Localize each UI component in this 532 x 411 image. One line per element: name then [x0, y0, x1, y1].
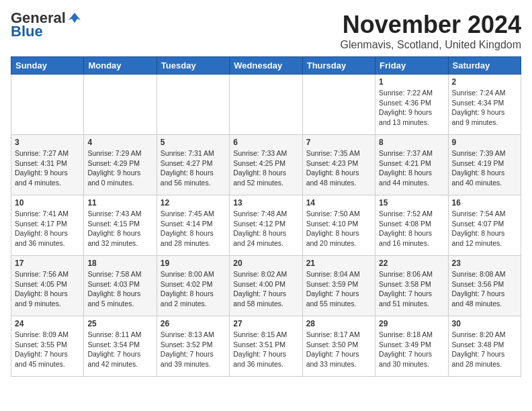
- logo-bird-icon: [67, 11, 82, 26]
- day-info: Sunrise: 7:45 AM Sunset: 4:14 PM Dayligh…: [161, 209, 226, 248]
- day-info: Sunrise: 7:54 AM Sunset: 4:07 PM Dayligh…: [452, 209, 517, 248]
- day-number: 28: [306, 319, 371, 328]
- calendar-day-cell: 15Sunrise: 7:52 AM Sunset: 4:08 PM Dayli…: [375, 195, 448, 256]
- day-info: Sunrise: 7:58 AM Sunset: 4:03 PM Dayligh…: [87, 269, 152, 309]
- calendar-week-row: 24Sunrise: 8:09 AM Sunset: 3:55 PM Dayli…: [11, 316, 521, 377]
- calendar-day-cell: 22Sunrise: 8:06 AM Sunset: 3:58 PM Dayli…: [375, 256, 448, 316]
- day-number: 26: [161, 319, 226, 328]
- day-number: 9: [452, 138, 517, 147]
- calendar-week-row: 10Sunrise: 7:41 AM Sunset: 4:17 PM Dayli…: [11, 195, 521, 256]
- day-info: Sunrise: 7:43 AM Sunset: 4:15 PM Dayligh…: [87, 209, 152, 248]
- day-number: 8: [379, 138, 444, 147]
- calendar-table: SundayMondayTuesdayWednesdayThursdayFrid…: [11, 56, 521, 377]
- day-info: Sunrise: 8:15 AM Sunset: 3:51 PM Dayligh…: [233, 330, 298, 369]
- day-info: Sunrise: 8:00 AM Sunset: 4:02 PM Dayligh…: [161, 269, 226, 309]
- day-info: Sunrise: 8:06 AM Sunset: 3:58 PM Dayligh…: [379, 269, 444, 309]
- day-info: Sunrise: 7:31 AM Sunset: 4:27 PM Dayligh…: [161, 148, 226, 188]
- day-info: Sunrise: 8:20 AM Sunset: 3:48 PM Dayligh…: [452, 330, 517, 369]
- day-number: 19: [161, 259, 226, 268]
- calendar-day-cell: 4Sunrise: 7:29 AM Sunset: 4:29 PM Daylig…: [84, 135, 157, 195]
- day-info: Sunrise: 7:48 AM Sunset: 4:12 PM Dayligh…: [233, 209, 298, 248]
- day-number: 5: [161, 138, 226, 147]
- day-number: 17: [15, 259, 80, 268]
- calendar-day-cell: 5Sunrise: 7:31 AM Sunset: 4:27 PM Daylig…: [157, 135, 229, 195]
- day-number: 4: [87, 138, 152, 147]
- day-of-week-header: Wednesday: [230, 57, 302, 75]
- calendar-day-cell: 3Sunrise: 7:27 AM Sunset: 4:31 PM Daylig…: [11, 135, 84, 195]
- calendar-day-cell: [157, 75, 229, 135]
- day-number: 6: [233, 138, 298, 147]
- day-number: 7: [306, 138, 371, 147]
- calendar-day-cell: [230, 75, 302, 135]
- calendar-day-cell: 20Sunrise: 8:02 AM Sunset: 4:00 PM Dayli…: [230, 256, 302, 316]
- day-number: 18: [87, 259, 152, 268]
- day-number: 21: [306, 259, 371, 268]
- day-number: 23: [452, 259, 517, 268]
- day-info: Sunrise: 7:22 AM Sunset: 4:36 PM Dayligh…: [379, 88, 444, 128]
- day-number: 22: [379, 259, 444, 268]
- day-info: Sunrise: 7:33 AM Sunset: 4:25 PM Dayligh…: [233, 148, 298, 188]
- day-info: Sunrise: 8:04 AM Sunset: 3:59 PM Dayligh…: [306, 269, 371, 309]
- day-of-week-header: Saturday: [448, 57, 521, 75]
- calendar-day-cell: 8Sunrise: 7:37 AM Sunset: 4:21 PM Daylig…: [375, 135, 448, 195]
- calendar-day-cell: 12Sunrise: 7:45 AM Sunset: 4:14 PM Dayli…: [157, 195, 229, 256]
- day-number: 15: [379, 198, 444, 208]
- calendar-day-cell: 23Sunrise: 8:08 AM Sunset: 3:56 PM Dayli…: [448, 256, 521, 316]
- calendar-day-cell: [302, 75, 375, 135]
- calendar-day-cell: 1Sunrise: 7:22 AM Sunset: 4:36 PM Daylig…: [375, 75, 448, 135]
- calendar-day-cell: 6Sunrise: 7:33 AM Sunset: 4:25 PM Daylig…: [230, 135, 302, 195]
- calendar-day-cell: [84, 75, 157, 135]
- calendar-day-cell: 10Sunrise: 7:41 AM Sunset: 4:17 PM Dayli…: [11, 195, 84, 256]
- page-header: General Blue November 2024 Glenmavis, Sc…: [11, 11, 521, 51]
- calendar-day-cell: 18Sunrise: 7:58 AM Sunset: 4:03 PM Dayli…: [84, 256, 157, 316]
- month-title: November 2024: [341, 11, 521, 39]
- day-number: 25: [87, 319, 152, 328]
- day-info: Sunrise: 8:11 AM Sunset: 3:54 PM Dayligh…: [87, 330, 152, 369]
- calendar-day-cell: 29Sunrise: 8:18 AM Sunset: 3:49 PM Dayli…: [375, 316, 448, 377]
- calendar-day-cell: 11Sunrise: 7:43 AM Sunset: 4:15 PM Dayli…: [84, 195, 157, 256]
- day-info: Sunrise: 8:08 AM Sunset: 3:56 PM Dayligh…: [452, 269, 517, 309]
- day-number: 30: [452, 319, 517, 328]
- day-number: 14: [306, 198, 371, 208]
- day-info: Sunrise: 7:37 AM Sunset: 4:21 PM Dayligh…: [379, 148, 444, 188]
- day-number: 1: [379, 77, 444, 87]
- calendar-week-row: 3Sunrise: 7:27 AM Sunset: 4:31 PM Daylig…: [11, 135, 521, 195]
- day-info: Sunrise: 7:39 AM Sunset: 4:19 PM Dayligh…: [452, 148, 517, 188]
- day-number: 16: [452, 198, 517, 208]
- calendar-day-cell: 19Sunrise: 8:00 AM Sunset: 4:02 PM Dayli…: [157, 256, 229, 316]
- day-number: 10: [15, 198, 80, 208]
- day-info: Sunrise: 7:52 AM Sunset: 4:08 PM Dayligh…: [379, 209, 444, 248]
- calendar-day-cell: 25Sunrise: 8:11 AM Sunset: 3:54 PM Dayli…: [84, 316, 157, 377]
- calendar-day-cell: 7Sunrise: 7:35 AM Sunset: 4:23 PM Daylig…: [302, 135, 375, 195]
- day-of-week-header: Monday: [84, 57, 157, 75]
- day-number: 3: [15, 138, 80, 147]
- calendar-header-row: SundayMondayTuesdayWednesdayThursdayFrid…: [11, 57, 521, 75]
- calendar-day-cell: 26Sunrise: 8:13 AM Sunset: 3:52 PM Dayli…: [157, 316, 229, 377]
- day-info: Sunrise: 8:13 AM Sunset: 3:52 PM Dayligh…: [161, 330, 226, 369]
- calendar-day-cell: 2Sunrise: 7:24 AM Sunset: 4:34 PM Daylig…: [448, 75, 521, 135]
- day-info: Sunrise: 7:27 AM Sunset: 4:31 PM Dayligh…: [15, 148, 80, 188]
- day-number: 29: [379, 319, 444, 328]
- calendar-day-cell: 21Sunrise: 8:04 AM Sunset: 3:59 PM Dayli…: [302, 256, 375, 316]
- day-number: 13: [233, 198, 298, 208]
- day-info: Sunrise: 7:56 AM Sunset: 4:05 PM Dayligh…: [15, 269, 80, 309]
- day-number: 2: [452, 77, 517, 87]
- day-of-week-header: Thursday: [302, 57, 375, 75]
- day-number: 11: [87, 198, 152, 208]
- calendar-day-cell: 13Sunrise: 7:48 AM Sunset: 4:12 PM Dayli…: [230, 195, 302, 256]
- day-info: Sunrise: 8:09 AM Sunset: 3:55 PM Dayligh…: [15, 330, 80, 369]
- day-info: Sunrise: 7:50 AM Sunset: 4:10 PM Dayligh…: [306, 209, 371, 248]
- calendar-day-cell: 27Sunrise: 8:15 AM Sunset: 3:51 PM Dayli…: [230, 316, 302, 377]
- day-info: Sunrise: 7:24 AM Sunset: 4:34 PM Dayligh…: [452, 88, 517, 128]
- day-number: 12: [161, 198, 226, 208]
- day-info: Sunrise: 8:18 AM Sunset: 3:49 PM Dayligh…: [379, 330, 444, 369]
- title-area: November 2024 Glenmavis, Scotland, Unite…: [341, 11, 521, 51]
- day-number: 20: [233, 259, 298, 268]
- day-info: Sunrise: 8:17 AM Sunset: 3:50 PM Dayligh…: [306, 330, 371, 369]
- calendar-day-cell: 9Sunrise: 7:39 AM Sunset: 4:19 PM Daylig…: [448, 135, 521, 195]
- calendar-day-cell: 14Sunrise: 7:50 AM Sunset: 4:10 PM Dayli…: [302, 195, 375, 256]
- calendar-day-cell: 28Sunrise: 8:17 AM Sunset: 3:50 PM Dayli…: [302, 316, 375, 377]
- logo-blue-text: Blue: [11, 24, 43, 39]
- svg-marker-0: [69, 13, 81, 23]
- day-number: 24: [15, 319, 80, 328]
